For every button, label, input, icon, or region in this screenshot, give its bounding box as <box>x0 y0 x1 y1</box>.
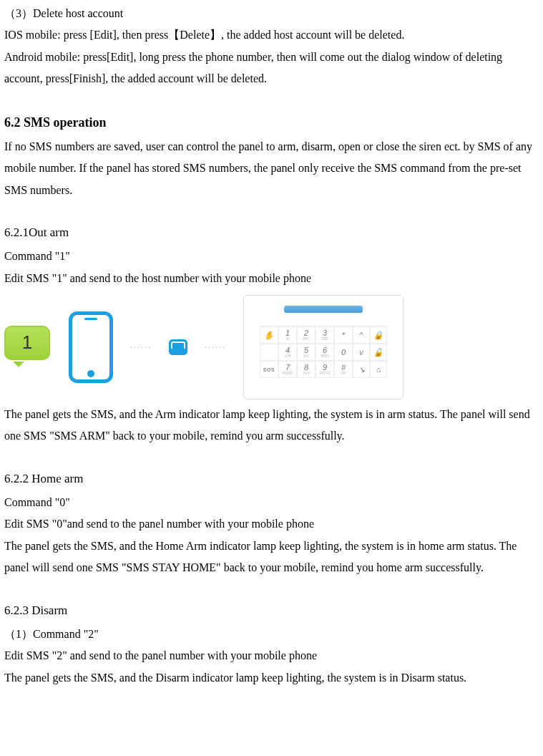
speech-bubble-icon: 1 <box>4 326 52 369</box>
dots-icon: ······ <box>205 339 226 356</box>
out-arm-edit: Edit SMS "1" and send to the host number… <box>4 268 539 289</box>
panel-keypad: ✋ 1ID 2ABC 3DEF * ^ 🔒 4GHI 5JKL 6MNO 0 v… <box>260 326 387 378</box>
key-6: 6MNO <box>315 344 334 361</box>
mail-icon <box>169 339 187 355</box>
alarm-panel-illustration: ✋ 1ID 2ABC 3DEF * ^ 🔒 4GHI 5JKL 6MNO 0 v… <box>243 295 403 399</box>
key-7: 7PQRS <box>278 361 297 378</box>
key-star: * <box>334 326 353 344</box>
disarm-command: （1）Command "2" <box>4 624 539 645</box>
sms-diagram: 1 ······ ······ ✋ 1ID 2ABC 3DEF * ^ 🔒 4G… <box>4 295 539 399</box>
home-arm-result: The panel gets the SMS, and the Home Arm… <box>4 536 539 579</box>
disarm-edit: Edit SMS "2" and send to the panel numbe… <box>4 645 539 667</box>
out-arm-result: The panel gets the SMS, and the Arm indi… <box>4 404 539 447</box>
key-3: 3DEF <box>315 326 334 344</box>
section-3-android: Android mobile: press[Edit], long press … <box>4 47 539 90</box>
key-9: 9WXYZ <box>315 361 334 378</box>
home-arm-edit: Edit SMS "0"and send to the panel number… <box>4 513 539 535</box>
key-down: v <box>353 344 370 361</box>
hand-icon: ✋ <box>260 326 278 344</box>
key-4: 4GHI <box>278 344 297 361</box>
key-5: 5JKL <box>297 344 315 361</box>
out-arm-command: Command "1" <box>4 246 539 267</box>
key-up: ^ <box>353 326 370 344</box>
panel-display-icon <box>284 306 363 313</box>
sms-operation-desc: If no SMS numbers are saved, user can co… <box>4 136 539 201</box>
bubble-digit: 1 <box>22 325 32 360</box>
key-lock: 🔒 <box>370 326 387 344</box>
key-0: 0 <box>334 344 353 361</box>
phone-icon <box>69 311 113 383</box>
blank-key <box>260 344 278 361</box>
key-1: 1ID <box>278 326 297 344</box>
heading-out-arm: 6.2.1Out arm <box>4 221 539 244</box>
heading-sms-operation: 6.2 SMS operation <box>4 110 539 135</box>
heading-home-arm: 6.2.2 Home arm <box>4 467 539 490</box>
key-sos: SOS <box>260 361 278 378</box>
heading-disarm: 6.2.3 Disarm <box>4 599 539 622</box>
disarm-result: The panel gets the SMS, and the Disarm i… <box>4 667 539 689</box>
dots-icon: ······ <box>130 339 152 356</box>
key-hash: #OK <box>334 361 353 378</box>
key-home: ⌂ <box>370 361 387 378</box>
section-3-ios: IOS mobile: press [Edit], then press【Del… <box>4 24 539 46</box>
home-arm-command: Command "0" <box>4 492 539 513</box>
key-enter: ↘ <box>353 361 370 378</box>
key-2: 2ABC <box>297 326 315 344</box>
key-8: 8TUV <box>297 361 315 378</box>
section-3-title: （3）Delete host account <box>4 3 539 24</box>
key-unlock: 🔓 <box>370 344 387 361</box>
